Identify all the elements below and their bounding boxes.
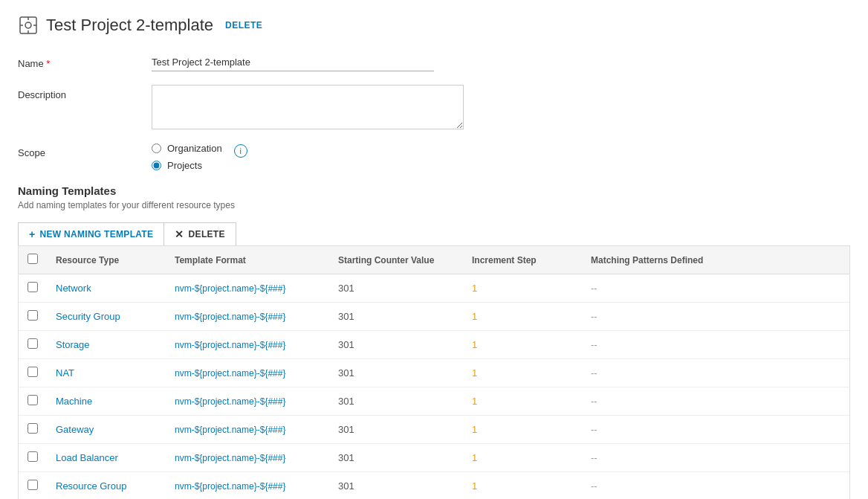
table-header: Resource Type Template Format Starting C… bbox=[19, 246, 849, 274]
description-input[interactable] bbox=[152, 85, 464, 129]
select-all-checkbox[interactable] bbox=[27, 254, 38, 264]
naming-toolbar: + NEW NAMING TEMPLATE ✕ DELETE bbox=[18, 222, 236, 245]
scope-organization-label: Organization bbox=[167, 143, 222, 154]
page-title: Test Project 2-template bbox=[18, 15, 213, 36]
row-resource-type[interactable]: Resource Group bbox=[47, 472, 166, 500]
page-header: Test Project 2-template DELETE bbox=[18, 15, 850, 36]
scope-organization-radio[interactable] bbox=[152, 144, 161, 153]
row-starting-counter: 301 bbox=[329, 303, 463, 331]
row-resource-type[interactable]: Security Group bbox=[47, 303, 166, 331]
row-template-format: nvm-${project.name}-${###} bbox=[166, 359, 329, 387]
row-template-format: nvm-${project.name}-${###} bbox=[166, 331, 329, 359]
scope-organization-row: Organization bbox=[152, 143, 222, 154]
row-checkbox-cell bbox=[19, 387, 47, 416]
row-checkbox-cell bbox=[19, 303, 47, 331]
row-increment-step: 1 bbox=[463, 472, 582, 500]
row-matching-patterns: -- bbox=[582, 387, 849, 416]
header-delete-button[interactable]: DELETE bbox=[225, 20, 262, 30]
row-resource-type[interactable]: Network bbox=[47, 274, 166, 303]
naming-templates-table: Resource Type Template Format Starting C… bbox=[19, 246, 849, 499]
row-resource-type[interactable]: Machine bbox=[47, 387, 166, 416]
table-row: Resource Group nvm-${project.name}-${###… bbox=[19, 472, 849, 500]
row-resource-type[interactable]: Gateway bbox=[47, 416, 166, 444]
table-row: Storage nvm-${project.name}-${###} 301 1… bbox=[19, 331, 849, 359]
scope-projects-label: Projects bbox=[167, 160, 202, 171]
resource-type-link[interactable]: Machine bbox=[56, 396, 92, 407]
scope-info-icon[interactable]: i bbox=[234, 144, 247, 158]
row-checkbox-cell bbox=[19, 444, 47, 472]
row-starting-counter: 301 bbox=[329, 359, 463, 387]
name-required-marker: * bbox=[44, 58, 51, 69]
row-matching-patterns: -- bbox=[582, 303, 849, 331]
row-checkbox[interactable] bbox=[27, 282, 38, 292]
row-increment-step: 1 bbox=[463, 359, 582, 387]
description-field-row: Description bbox=[18, 85, 850, 129]
resource-type-link[interactable]: Gateway bbox=[56, 424, 94, 435]
row-checkbox[interactable] bbox=[27, 423, 38, 434]
row-starting-counter: 301 bbox=[329, 472, 463, 500]
scope-projects-row: Projects bbox=[152, 160, 222, 171]
row-increment-step: 1 bbox=[463, 444, 582, 472]
section-title: Naming Templates bbox=[18, 184, 850, 197]
row-resource-type[interactable]: Load Balancer bbox=[47, 444, 166, 472]
naming-templates-table-wrapper: Resource Type Template Format Starting C… bbox=[18, 245, 850, 499]
row-checkbox-cell bbox=[19, 274, 47, 303]
delete-btn-label: DELETE bbox=[189, 229, 225, 239]
row-template-format: nvm-${project.name}-${###} bbox=[166, 416, 329, 444]
row-starting-counter: 301 bbox=[329, 387, 463, 416]
resource-type-link[interactable]: Load Balancer bbox=[56, 452, 118, 463]
row-checkbox[interactable] bbox=[27, 451, 38, 462]
row-starting-counter: 301 bbox=[329, 331, 463, 359]
row-starting-counter: 301 bbox=[329, 416, 463, 444]
template-icon bbox=[18, 15, 39, 36]
col-template-format: Template Format bbox=[166, 246, 329, 274]
row-increment-step: 1 bbox=[463, 274, 582, 303]
row-resource-type[interactable]: NAT bbox=[47, 359, 166, 387]
row-matching-patterns: -- bbox=[582, 359, 849, 387]
resource-type-link[interactable]: Storage bbox=[56, 339, 90, 350]
row-starting-counter: 301 bbox=[329, 274, 463, 303]
new-btn-label: NEW NAMING TEMPLATE bbox=[39, 229, 153, 239]
table-row: Load Balancer nvm-${project.name}-${###}… bbox=[19, 444, 849, 472]
table-row: NAT nvm-${project.name}-${###} 301 1 -- bbox=[19, 359, 849, 387]
row-resource-type[interactable]: Storage bbox=[47, 331, 166, 359]
resource-type-link[interactable]: Security Group bbox=[56, 311, 120, 322]
x-icon: ✕ bbox=[175, 228, 184, 240]
col-starting-counter: Starting Counter Value bbox=[329, 246, 463, 274]
resource-type-link[interactable]: NAT bbox=[56, 367, 74, 379]
name-input[interactable] bbox=[152, 54, 434, 71]
name-field-row: Name * bbox=[18, 54, 850, 71]
section-subtitle: Add naming templates for your different … bbox=[18, 200, 850, 210]
scope-label: Scope bbox=[18, 143, 152, 158]
row-checkbox-cell bbox=[19, 472, 47, 500]
scope-options: Organization Projects bbox=[152, 143, 222, 171]
row-checkbox-cell bbox=[19, 331, 47, 359]
resource-type-link[interactable]: Network bbox=[56, 283, 91, 294]
name-label: Name * bbox=[18, 54, 152, 69]
row-template-format: nvm-${project.name}-${###} bbox=[166, 387, 329, 416]
delete-naming-template-button[interactable]: ✕ DELETE bbox=[164, 223, 235, 245]
resource-type-link[interactable]: Resource Group bbox=[56, 480, 126, 492]
col-matching-patterns: Matching Patterns Defined bbox=[582, 246, 849, 274]
plus-icon: + bbox=[29, 228, 35, 240]
row-matching-patterns: -- bbox=[582, 472, 849, 500]
new-naming-template-button[interactable]: + NEW NAMING TEMPLATE bbox=[19, 223, 164, 245]
col-increment-step: Increment Step bbox=[463, 246, 582, 274]
table-body: Network nvm-${project.name}-${###} 301 1… bbox=[19, 274, 849, 500]
svg-point-1 bbox=[25, 22, 31, 28]
scope-field-row: Scope Organization Projects i bbox=[18, 143, 850, 171]
row-matching-patterns: -- bbox=[582, 331, 849, 359]
row-checkbox[interactable] bbox=[27, 395, 38, 405]
row-template-format: nvm-${project.name}-${###} bbox=[166, 444, 329, 472]
row-checkbox[interactable] bbox=[27, 367, 38, 377]
header-checkbox-cell bbox=[19, 246, 47, 274]
row-checkbox[interactable] bbox=[27, 338, 38, 349]
row-checkbox[interactable] bbox=[27, 310, 38, 321]
row-matching-patterns: -- bbox=[582, 416, 849, 444]
naming-templates-section: Naming Templates Add naming templates fo… bbox=[18, 184, 850, 499]
title-text: Test Project 2-template bbox=[46, 16, 213, 35]
scope-projects-radio[interactable] bbox=[152, 161, 161, 170]
row-starting-counter: 301 bbox=[329, 444, 463, 472]
row-template-format: nvm-${project.name}-${###} bbox=[166, 303, 329, 331]
row-checkbox[interactable] bbox=[27, 480, 38, 490]
